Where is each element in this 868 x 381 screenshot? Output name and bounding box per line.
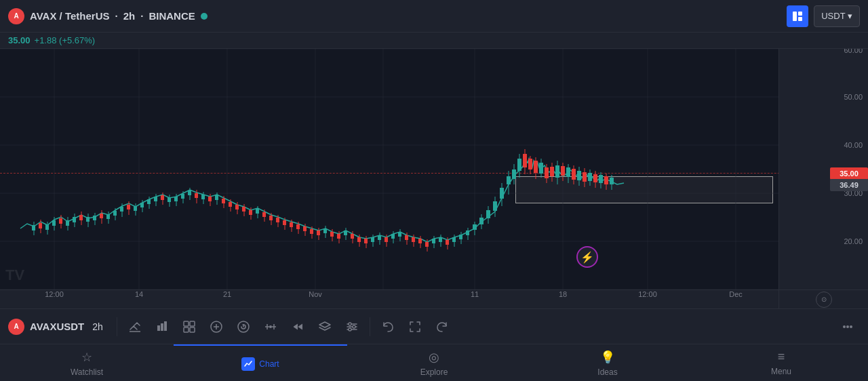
svg-rect-101 — [174, 197, 178, 201]
interval-value: 2h — [123, 10, 136, 22]
price-change: +1.88 (+5.67%) — [35, 35, 96, 45]
svg-rect-95 — [154, 197, 157, 201]
svg-rect-77 — [93, 216, 96, 220]
svg-rect-143 — [317, 230, 320, 235]
watchlist-nav-item[interactable]: ☆ Watchlist — [0, 344, 174, 381]
x-axis-right: ⊙ — [778, 290, 868, 308]
svg-rect-33 — [545, 167, 549, 178]
layers-button[interactable] — [313, 315, 337, 339]
svg-rect-105 — [188, 190, 191, 195]
svg-rect-81 — [106, 214, 110, 219]
redo-button[interactable] — [430, 315, 454, 339]
svg-rect-165 — [391, 234, 395, 239]
svg-rect-141 — [310, 229, 313, 234]
x-label-1200-2: 12:00 — [638, 290, 657, 298]
svg-rect-147 — [330, 232, 334, 237]
add-button[interactable] — [204, 315, 229, 339]
y-label-60: 60.00 — [844, 49, 863, 54]
svg-rect-145 — [323, 228, 327, 233]
y-label-40: 40.00 — [844, 141, 863, 149]
chart-area[interactable]: 60.00 50.00 40.00 30.00 20.00 35.00 36.4… — [0, 49, 868, 289]
svg-rect-199 — [157, 325, 160, 331]
svg-rect-39 — [561, 166, 565, 176]
svg-rect-173 — [418, 239, 422, 243]
indicators-button[interactable] — [177, 315, 201, 339]
svg-point-220 — [349, 328, 351, 331]
svg-rect-99 — [167, 197, 171, 202]
svg-rect-193 — [486, 210, 490, 218]
svg-rect-204 — [184, 327, 189, 332]
chart-nav-inner: Chart — [241, 357, 279, 371]
svg-rect-167 — [398, 232, 401, 237]
avax-logo-icon: A — [8, 8, 24, 24]
svg-rect-0 — [793, 12, 797, 21]
y-axis: 60.00 50.00 40.00 30.00 20.00 35.00 36.4… — [778, 49, 868, 289]
lightning-button[interactable]: ⚡ — [576, 246, 598, 268]
time-settings-button[interactable]: ⊙ — [816, 292, 832, 308]
current-price-badge-red: 35.00 — [830, 167, 868, 180]
svg-point-223 — [850, 325, 852, 328]
chart-nav-item[interactable]: Chart — [174, 344, 347, 381]
svg-rect-137 — [296, 224, 300, 229]
fullscreen-button[interactable] — [403, 315, 427, 339]
svg-rect-200 — [161, 323, 163, 331]
toolbar-divider-1 — [117, 317, 117, 336]
header-bar: A AVAX / TetherUS · 2h · BINANCE USDT ▾ — [0, 0, 868, 33]
svg-rect-131 — [276, 218, 279, 222]
svg-point-219 — [353, 325, 355, 328]
svg-rect-51 — [593, 174, 597, 182]
svg-rect-125 — [256, 209, 259, 214]
svg-rect-175 — [425, 242, 429, 247]
svg-rect-97 — [161, 195, 164, 200]
svg-point-218 — [349, 323, 351, 325]
svg-rect-135 — [290, 222, 293, 227]
svg-rect-177 — [432, 239, 435, 243]
symbol-title: AVAX / TetherUS — [30, 10, 110, 22]
svg-rect-183 — [452, 237, 456, 242]
svg-rect-129 — [269, 216, 273, 220]
current-price-badge-gray: 36.49 — [830, 179, 868, 191]
svg-rect-201 — [164, 321, 167, 331]
svg-rect-151 — [344, 230, 347, 235]
menu-nav-item[interactable]: ≡ Menu — [694, 344, 868, 381]
svg-rect-61 — [39, 223, 42, 228]
svg-rect-85 — [120, 207, 123, 212]
toolbar-divider-2 — [370, 317, 370, 336]
svg-rect-115 — [222, 199, 225, 203]
toolbar-symbol[interactable]: A AVAXUSDT 2h — [8, 319, 103, 335]
svg-rect-163 — [384, 237, 388, 242]
svg-rect-179 — [439, 237, 442, 242]
explore-nav-item[interactable]: ◎ Explore — [347, 344, 521, 381]
svg-rect-89 — [134, 206, 137, 211]
svg-rect-113 — [215, 195, 218, 200]
svg-rect-139 — [303, 226, 307, 231]
explore-label: Explore — [420, 367, 448, 377]
svg-rect-197 — [500, 188, 504, 199]
undo-button[interactable] — [376, 315, 400, 339]
bottom-nav: ☆ Watchlist Chart ◎ Explore 💡 Ideas ≡ Me… — [0, 344, 868, 381]
x-label-nov: Nov — [309, 290, 322, 298]
draw-button[interactable] — [123, 315, 147, 339]
svg-rect-69 — [66, 220, 69, 226]
ideas-nav-item[interactable]: 💡 Ideas — [521, 344, 694, 381]
replay-button[interactable] — [231, 315, 256, 339]
exchange-separator: · — [140, 10, 143, 22]
rewind-button[interactable] — [285, 315, 310, 339]
svg-rect-1 — [798, 12, 802, 16]
ideas-label: Ideas — [597, 367, 617, 377]
more-button[interactable] — [835, 315, 860, 339]
x-label-11: 11 — [471, 290, 479, 298]
y-label-50: 50.00 — [844, 93, 863, 101]
svg-rect-27 — [528, 159, 532, 169]
settings-button[interactable] — [340, 315, 364, 339]
svg-point-222 — [846, 325, 849, 328]
svg-rect-87 — [127, 205, 130, 209]
depth-button[interactable] — [258, 315, 283, 339]
svg-rect-189 — [473, 224, 477, 230]
currency-selector[interactable]: USDT ▾ — [814, 5, 860, 27]
svg-point-212 — [269, 325, 272, 328]
layout-button[interactable] — [787, 5, 808, 27]
x-label-dec: Dec — [729, 290, 743, 298]
chart-type-button[interactable] — [150, 315, 174, 339]
svg-rect-19 — [507, 176, 511, 184]
